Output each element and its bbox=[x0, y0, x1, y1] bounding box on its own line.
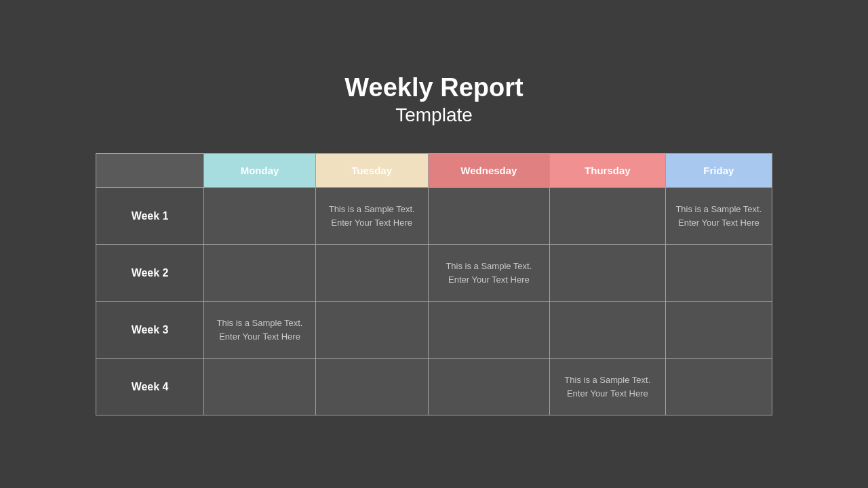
week1-monday-cell[interactable] bbox=[204, 188, 315, 245]
week2-thursday-cell[interactable] bbox=[550, 245, 665, 302]
week4-friday-cell[interactable] bbox=[665, 359, 772, 415]
week4-tuesday-cell[interactable] bbox=[315, 359, 428, 415]
header-monday: Monday bbox=[204, 154, 315, 188]
header-wednesday: Wednesday bbox=[428, 154, 549, 188]
week1-friday-cell[interactable]: This is a Sample Text. Enter Your Text H… bbox=[665, 188, 772, 245]
week2-friday-cell[interactable] bbox=[665, 245, 772, 302]
week1-wednesday-cell[interactable] bbox=[428, 188, 549, 245]
header-friday: Friday bbox=[665, 154, 772, 188]
week2-label: Week 2 bbox=[96, 245, 204, 302]
week1-thursday-cell[interactable] bbox=[550, 188, 665, 245]
table-row: Week 2 This is a Sample Text. Enter Your… bbox=[96, 245, 772, 302]
header-empty-cell bbox=[96, 154, 204, 188]
header-row: Monday Tuesday Wednesday Thursday Friday bbox=[96, 154, 772, 188]
week4-thursday-cell[interactable]: This is a Sample Text. Enter Your Text H… bbox=[550, 359, 665, 415]
table-row: Week 3 This is a Sample Text. Enter Your… bbox=[96, 302, 772, 359]
week3-tuesday-cell[interactable] bbox=[315, 302, 428, 359]
page-title: Weekly Report bbox=[344, 73, 523, 104]
week4-label: Week 4 bbox=[96, 359, 204, 415]
week2-wednesday-cell[interactable]: This is a Sample Text. Enter Your Text H… bbox=[428, 245, 549, 302]
header-thursday: Thursday bbox=[550, 154, 665, 188]
week4-monday-cell[interactable] bbox=[204, 359, 315, 415]
weekly-report-table: Monday Tuesday Wednesday Thursday Friday… bbox=[96, 153, 772, 415]
week3-wednesday-cell[interactable] bbox=[428, 302, 549, 359]
week2-monday-cell[interactable] bbox=[204, 245, 315, 302]
week1-label: Week 1 bbox=[96, 188, 204, 245]
week4-wednesday-cell[interactable] bbox=[428, 359, 549, 415]
page-subtitle: Template bbox=[344, 104, 523, 126]
week3-label: Week 3 bbox=[96, 302, 204, 359]
week3-friday-cell[interactable] bbox=[665, 302, 772, 359]
table-wrapper: Monday Tuesday Wednesday Thursday Friday… bbox=[96, 153, 772, 415]
page-header: Weekly Report Template bbox=[344, 73, 523, 127]
week3-monday-cell[interactable]: This is a Sample Text. Enter Your Text H… bbox=[204, 302, 315, 359]
week1-tuesday-cell[interactable]: This is a Sample Text. Enter Your Text H… bbox=[315, 188, 428, 245]
header-tuesday: Tuesday bbox=[315, 154, 428, 188]
week3-thursday-cell[interactable] bbox=[550, 302, 665, 359]
table-row: Week 4 This is a Sample Text. Enter Your… bbox=[96, 359, 772, 415]
table-row: Week 1 This is a Sample Text. Enter Your… bbox=[96, 188, 772, 245]
week2-tuesday-cell[interactable] bbox=[315, 245, 428, 302]
